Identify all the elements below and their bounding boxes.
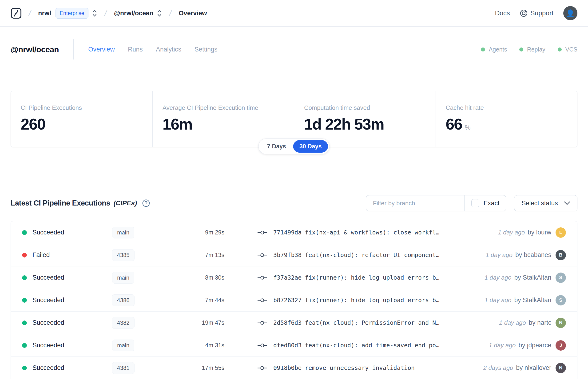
cipe-filters: Exact Select status [366, 195, 577, 211]
status-dot-icon [22, 321, 27, 325]
commit-text[interactable]: b8726327fix(runner): hide log upload err… [273, 297, 439, 304]
branch-cell: 4385 [100, 249, 147, 261]
git-commit-icon [257, 320, 267, 326]
cipe-section-header: Latest CI Pipeline Executions (CIPEs) Ex… [11, 195, 577, 211]
author-avatar[interactable]: N [555, 318, 566, 328]
workspace-switcher-button[interactable] [157, 9, 162, 17]
cipe-title: Latest CI Pipeline Executions [11, 199, 110, 208]
status-dot-icon [22, 275, 27, 280]
green-dot-icon [519, 47, 523, 52]
breadcrumb-separator: / [104, 8, 107, 18]
nx-cloud-logo-icon[interactable] [11, 8, 22, 19]
cipe-title-suffix: (CIPEs) [114, 199, 137, 207]
percent-suffix: % [465, 124, 470, 131]
tab-overview[interactable]: Overview [88, 46, 115, 53]
meta-cell: 2 days ago by nixallover N [483, 363, 566, 373]
breadcrumb-workspace[interactable]: @nrwl/ocean [114, 10, 153, 17]
status-label: Failed [33, 251, 50, 259]
breadcrumb-separator: / [169, 8, 172, 18]
meta-cell: 1 day ago by jdpearce J [489, 340, 566, 351]
branch-badge[interactable]: 4382 [112, 317, 134, 329]
table-row[interactable]: Succeeded main 9m 29s 771499dafix(nx-api… [11, 221, 577, 244]
table-row[interactable]: Succeeded 4381 17m 55s 0918b0beremove un… [11, 357, 577, 379]
author-avatar[interactable]: N [555, 363, 566, 373]
status-dot-icon [22, 298, 27, 303]
commit-text[interactable]: 3b79fb38feat(nx-cloud): refactor UI comp… [273, 252, 439, 258]
commit-cell: 0918b0beremove unnecessary invalidation [257, 364, 483, 371]
user-avatar[interactable]: 👤 [563, 6, 577, 20]
org-switcher-button[interactable] [92, 9, 97, 17]
commit-cell: 771499dafix(nx-api & workflows): close w… [257, 229, 498, 236]
indicator-replay: Replay [519, 46, 545, 53]
enterprise-badge: Enterprise [56, 8, 89, 19]
branch-badge[interactable]: 4381 [112, 362, 134, 374]
meta-cell: 1 day ago by lourw L [498, 228, 566, 238]
workspace-tabs: Overview Runs Analytics Settings [88, 46, 217, 53]
table-row[interactable]: Succeeded 4382 19m 47s 2d58f6d3feat(nx-c… [11, 312, 577, 334]
branch-badge[interactable]: 4386 [112, 294, 134, 306]
help-icon[interactable] [142, 199, 150, 207]
stat-value: 16m [163, 115, 289, 133]
green-dot-icon [558, 47, 562, 52]
commit-cell: 2d58f6d3feat(nx-cloud): PermissionError … [257, 319, 499, 326]
duration: 7m 13s [147, 252, 224, 258]
table-row[interactable]: Succeeded main 8m 30s f37a32aefix(runner… [11, 266, 577, 289]
branch-badge[interactable]: 4385 [112, 249, 134, 261]
time-ago: 2 days ago [483, 364, 513, 372]
branch-filter-input[interactable] [366, 195, 464, 211]
branch-badge[interactable]: main [112, 272, 134, 284]
exact-checkbox-wrap[interactable]: Exact [465, 199, 506, 207]
commit-message: fix(runner): hide log upload errors b… [305, 297, 439, 304]
meta-cell: 1 day ago by StalkAltan S [485, 295, 566, 305]
page-title: @nrwl/ocean [11, 45, 59, 54]
stat-cache-hit-rate: Cache hit rate 66% [436, 91, 577, 147]
branch-filter-group: Exact [366, 195, 506, 211]
select-status-button[interactable]: Select status [514, 195, 577, 211]
stats-card: CI Pipeline Executions 260 Average CI Pi… [11, 91, 577, 147]
commit-cell: dfed80d3feat(nx-cloud): add time-saved e… [257, 342, 489, 349]
author: by nartc [529, 319, 551, 326]
branch-cell: main [100, 340, 147, 351]
author-avatar[interactable]: L [555, 228, 566, 238]
table-row[interactable]: Succeeded 4386 7m 44s b8726327fix(runner… [11, 289, 577, 312]
tab-settings[interactable]: Settings [194, 46, 218, 53]
branch-badge[interactable]: main [112, 227, 134, 238]
commit-message: feat(nx-cloud): refactor UI component… [305, 252, 439, 258]
author-avatar[interactable]: J [555, 340, 566, 351]
git-commit-icon [257, 297, 267, 303]
breadcrumb-separator: / [29, 8, 31, 18]
tab-runs[interactable]: Runs [128, 46, 143, 53]
tab-analytics[interactable]: Analytics [156, 46, 181, 53]
exact-checkbox[interactable] [471, 199, 479, 207]
lifebuoy-icon [520, 9, 528, 17]
status-dot-icon [22, 366, 27, 370]
commit-message: feat(nx-cloud): add time-saved end po… [305, 342, 439, 349]
branch-cell: 4386 [100, 294, 147, 306]
time-ago: 1 day ago [499, 319, 526, 326]
author-avatar[interactable]: S [555, 295, 566, 305]
commit-text[interactable]: 2d58f6d3feat(nx-cloud): PermissionError … [273, 319, 439, 326]
commit-text[interactable]: 771499dafix(nx-api & workflows): close w… [273, 229, 439, 236]
page-header: @nrwl/ocean Overview Runs Analytics Sett… [0, 39, 588, 59]
status-cell: Succeeded [22, 342, 100, 349]
status-indicators: Agents Replay VCS [467, 42, 577, 57]
status-cell: Failed [22, 251, 100, 259]
commit-text[interactable]: f37a32aefix(runner): hide log upload err… [273, 274, 439, 281]
toggle-7-days[interactable]: 7 Days [260, 140, 293, 152]
branch-badge[interactable]: main [112, 340, 134, 351]
commit-text[interactable]: dfed80d3feat(nx-cloud): add time-saved e… [273, 342, 439, 349]
git-commit-icon [257, 229, 267, 236]
author-avatar[interactable]: S [555, 272, 566, 283]
indicator-agents: Agents [481, 46, 507, 53]
branch-cell: 4382 [100, 317, 147, 329]
support-link[interactable]: Support [520, 9, 553, 17]
breadcrumb-org[interactable]: nrwl [38, 10, 51, 17]
docs-link[interactable]: Docs [495, 9, 510, 17]
author-avatar[interactable]: B [555, 250, 566, 260]
commit-text[interactable]: 0918b0beremove unnecessary invalidation [273, 364, 415, 371]
table-row[interactable]: Succeeded main 4m 31s dfed80d3feat(nx-cl… [11, 334, 577, 357]
toggle-30-days[interactable]: 30 Days [293, 140, 328, 152]
status-label: Succeeded [33, 274, 64, 281]
branch-cell: main [100, 272, 147, 284]
table-row[interactable]: Failed 4385 7m 13s 3b79fb38feat(nx-cloud… [11, 244, 577, 266]
